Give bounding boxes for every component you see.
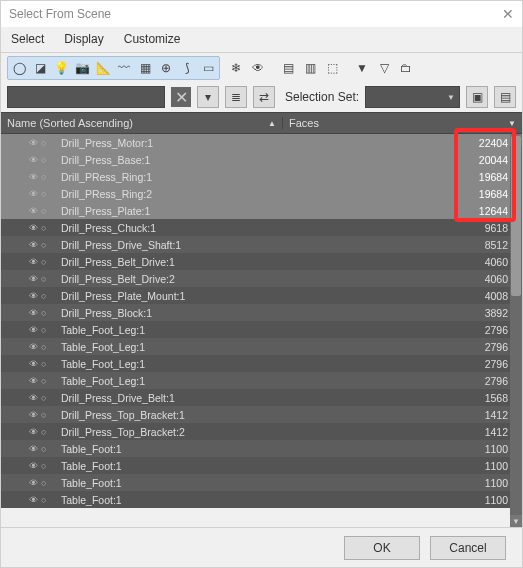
row-icons: 👁○ — [1, 274, 61, 284]
row-icons: 👁○ — [1, 393, 61, 403]
table-row[interactable]: 👁○Drill_Press_Plate_Mount:14008 — [1, 287, 522, 304]
freeze-icon: ○ — [41, 189, 46, 199]
table-row[interactable]: 👁○Table_Foot_Leg:12796 — [1, 338, 522, 355]
table-row[interactable]: 👁○Table_Foot_Leg:12796 — [1, 372, 522, 389]
row-icons: 👁○ — [1, 342, 61, 352]
row-icons: 👁○ — [1, 359, 61, 369]
table-row[interactable]: 👁○Drill_Press_Chuck:19618 — [1, 219, 522, 236]
freeze-icon: ○ — [41, 427, 46, 437]
table-row[interactable]: 👁○Table_Foot:11100 — [1, 440, 522, 457]
row-name: Table_Foot:1 — [61, 443, 277, 455]
row-name: Drill_Press_Chuck:1 — [61, 222, 277, 234]
selset-remove-button[interactable]: ▤ — [494, 86, 516, 108]
collapse-icon[interactable]: ▥ — [300, 58, 320, 78]
freeze-icon: ○ — [41, 410, 46, 420]
scroll-down-icon[interactable]: ▼ — [510, 515, 522, 527]
table-row[interactable]: 👁○Drill_Press_Top_Bracket:21412 — [1, 423, 522, 440]
table-row[interactable]: 👁○Table_Foot:11100 — [1, 491, 522, 508]
eye-icon: 👁 — [29, 189, 38, 199]
expand-icon[interactable]: ▤ — [278, 58, 298, 78]
toggle-button[interactable]: ⇄ — [253, 86, 275, 108]
titlebar[interactable]: Select From Scene ✕ — [1, 1, 522, 27]
row-icons: 👁○ — [1, 223, 61, 233]
xref-icon[interactable]: ⊕ — [156, 58, 176, 78]
menu-display[interactable]: Display — [64, 32, 103, 46]
layers-button[interactable]: ≣ — [225, 86, 247, 108]
table-row[interactable]: 👁○Drill_Press_Belt_Drive:24060 — [1, 270, 522, 287]
circle-icon[interactable]: ◯ — [9, 58, 29, 78]
clear-search-button[interactable]: ✕ — [171, 87, 191, 107]
filter-icon[interactable]: ▼ — [352, 58, 372, 78]
row-faces: 2796 — [287, 324, 522, 336]
table-row[interactable]: 👁○Drill_Press_Motor:122404 — [1, 134, 522, 151]
freeze-icon: ○ — [41, 461, 46, 471]
row-faces: 8512 — [287, 239, 522, 251]
row-faces: 2796 — [287, 358, 522, 370]
freeze-icon: ○ — [41, 444, 46, 454]
table-row[interactable]: 👁○Table_Foot:11100 — [1, 474, 522, 491]
helper-icon[interactable]: 📐 — [93, 58, 113, 78]
table-row[interactable]: 👁○Table_Foot_Leg:12796 — [1, 355, 522, 372]
row-name: Drill_Press_Drive_Shaft:1 — [61, 239, 277, 251]
view-settings-button[interactable]: ▾ — [197, 86, 219, 108]
table-row[interactable]: 👁○Table_Foot_Leg:12796 — [1, 321, 522, 338]
menubar: Select Display Customize — [1, 27, 522, 51]
eye-icon: 👁 — [29, 206, 38, 216]
shape-icon[interactable]: ◪ — [30, 58, 50, 78]
children-icon[interactable]: ⬚ — [322, 58, 342, 78]
row-name: Drill_Press_Top_Bracket:2 — [61, 426, 277, 438]
selection-set-combo[interactable]: ▼ — [365, 86, 460, 108]
table-row[interactable]: 👁○Drill_Press_Belt_Drive:14060 — [1, 253, 522, 270]
search-input[interactable] — [8, 91, 164, 103]
column-header-faces[interactable]: Faces ▼ — [283, 117, 516, 129]
hide-icon[interactable]: 👁 — [248, 58, 268, 78]
table-row[interactable]: 👁○Drill_Press_Top_Bracket:11412 — [1, 406, 522, 423]
table-row[interactable]: 👁○Drill_Press_Plate:112644 — [1, 202, 522, 219]
menu-customize[interactable]: Customize — [124, 32, 181, 46]
close-icon[interactable]: ✕ — [502, 6, 514, 22]
cancel-button[interactable]: Cancel — [430, 536, 506, 560]
row-name: Drill_Press_Drive_Belt:1 — [61, 392, 277, 404]
row-name: Drill_Press_Block:1 — [61, 307, 277, 319]
select-from-scene-window: Select From Scene ✕ Select Display Custo… — [0, 0, 523, 568]
table-row[interactable]: 👁○Drill_Press_Block:13892 — [1, 304, 522, 321]
table-row[interactable]: 👁○Table_Foot:11100 — [1, 457, 522, 474]
row-name: Table_Foot_Leg:1 — [61, 358, 277, 370]
table-row[interactable]: 👁○Drill_PRess_Ring:119684 — [1, 168, 522, 185]
ok-button[interactable]: OK — [344, 536, 420, 560]
table-row[interactable]: 👁○Drill_PRess_Ring:219684 — [1, 185, 522, 202]
search-box[interactable] — [7, 86, 165, 108]
bone-icon[interactable]: ⟆ — [177, 58, 197, 78]
table-row[interactable]: 👁○Drill_Press_Drive_Shaft:18512 — [1, 236, 522, 253]
eye-icon: 👁 — [29, 240, 38, 250]
row-faces: 2796 — [287, 341, 522, 353]
freeze-icon: ○ — [41, 138, 46, 148]
group-icon[interactable]: ▦ — [135, 58, 155, 78]
scroll-thumb[interactable] — [511, 136, 521, 296]
eye-icon: 👁 — [29, 410, 38, 420]
spacewarp-icon[interactable]: 〰 — [114, 58, 134, 78]
object-list[interactable]: 👁○Drill_Press_Motor:122404👁○Drill_Press_… — [1, 134, 522, 527]
row-name: Drill_Press_Base:1 — [61, 154, 277, 166]
camera-icon[interactable]: 📷 — [72, 58, 92, 78]
column-headers[interactable]: Name (Sorted Ascending) ▲ Faces ▼ — [1, 112, 522, 134]
freeze-icon: ○ — [41, 257, 46, 267]
row-faces: 1100 — [287, 460, 522, 472]
scrollbar[interactable]: ▲▼ — [510, 134, 522, 527]
freeze-icon[interactable]: ❄ — [226, 58, 246, 78]
eye-icon: 👁 — [29, 427, 38, 437]
row-faces: 2796 — [287, 375, 522, 387]
eye-icon: 👁 — [29, 291, 38, 301]
freeze-icon: ○ — [41, 291, 46, 301]
light-icon[interactable]: 💡 — [51, 58, 71, 78]
table-row[interactable]: 👁○Drill_Press_Base:120044 — [1, 151, 522, 168]
row-faces: 19684 — [287, 171, 522, 183]
filter2-icon[interactable]: ▽ — [374, 58, 394, 78]
table-row[interactable]: 👁○Drill_Press_Drive_Belt:11568 — [1, 389, 522, 406]
row-name: Drill_Press_Top_Bracket:1 — [61, 409, 277, 421]
selset-add-button[interactable]: ▣ — [466, 86, 488, 108]
container-icon[interactable]: ▭ — [198, 58, 218, 78]
folder-icon[interactable]: 🗀 — [396, 58, 416, 78]
menu-select[interactable]: Select — [11, 32, 44, 46]
column-header-name[interactable]: Name (Sorted Ascending) ▲ — [7, 117, 283, 129]
